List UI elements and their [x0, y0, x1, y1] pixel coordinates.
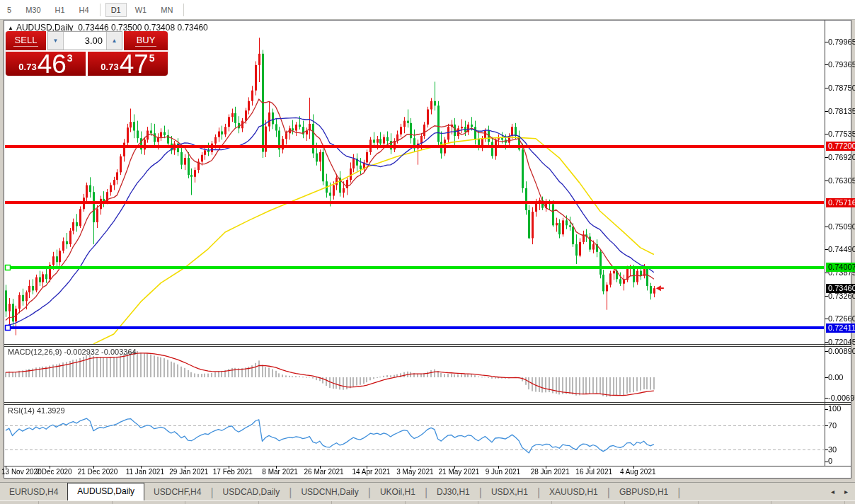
tab-scroll-left-icon[interactable]: ◂ — [831, 488, 834, 496]
price-badge-0.77200: 0.77200 — [826, 142, 855, 151]
tab-gbpusd-h1[interactable]: GBPUSD,H1 — [610, 485, 677, 500]
tab-usdx-h1[interactable]: USDX,H1 — [482, 485, 537, 500]
timeframe-toolbar: 5M30H1H4D1W1MN — [0, 0, 855, 20]
price-axis-tick: 0.72660 — [828, 314, 855, 323]
price-axis-tick: 0.79965 — [828, 38, 855, 46]
price-axis-tick: 0.79365 — [828, 60, 855, 69]
price-axis-tick: 0.78750 — [828, 84, 855, 92]
price-axis-tick: 0.72045 — [828, 338, 855, 346]
volume-increase-button[interactable]: ▲ — [106, 32, 122, 50]
date-axis-label: 4 Aug 2021 — [620, 468, 656, 476]
price-badge-0.73460: 0.73460 — [826, 284, 855, 293]
date-axis-label: 16 Jul 2021 — [575, 468, 612, 476]
triangle-up-icon: ▲ — [112, 38, 117, 44]
timeframe-button-w1[interactable]: W1 — [130, 3, 153, 17]
rsi-axis-tick: 100 — [828, 404, 841, 413]
tab-audusd-daily[interactable]: AUDUSD,Daily — [67, 483, 144, 500]
trading-platform-window: 5M30H1H4D1W1MN ▲AUDUSD,Daily 0.73446 0.7… — [0, 0, 855, 504]
price-axis-tick: 0.78135 — [828, 107, 855, 115]
timeframe-button-m30[interactable]: M30 — [20, 3, 46, 17]
date-axis-label: 2 Dec 2020 — [35, 468, 71, 476]
tab-usdcad-daily[interactable]: USDCAD,Daily — [214, 485, 289, 500]
timeframe-button-mn[interactable]: MN — [155, 3, 178, 17]
status-divider — [844, 501, 845, 504]
date-axis-label: 11 Jan 2021 — [126, 468, 164, 476]
date-axis-label: 14 Apr 2021 — [352, 468, 390, 476]
date-axis-label: 28 Jun 2021 — [531, 468, 570, 476]
one-click-trade-panel: SELL ▼ ▲ BUY 0.73 46 3 0.73 47 5 — [6, 31, 168, 76]
toolbar-separator — [183, 4, 184, 16]
macd-axis-tick: 0.008903 — [828, 347, 855, 355]
toolbar-separator — [100, 4, 101, 16]
status-divider — [405, 501, 406, 504]
volume-spinner: ▼ ▲ — [47, 31, 122, 50]
price-axis-tick: 0.76920 — [828, 153, 855, 161]
tab-scroll-arrows: ◂▸ — [831, 488, 848, 496]
price-axis-tick: 0.73260 — [828, 292, 855, 300]
volume-input[interactable] — [64, 32, 106, 50]
date-axis-label: 8 Mar 2021 — [262, 468, 298, 476]
buy-price-tile[interactable]: 0.73 47 5 — [88, 52, 168, 76]
sell-price-tile[interactable]: 0.73 46 3 — [6, 52, 86, 76]
rsi-axis-tick: 70 — [828, 421, 837, 430]
date-axis-label: 26 Mar 2021 — [304, 468, 344, 476]
status-divider — [698, 501, 699, 504]
status-divider — [185, 501, 185, 504]
date-axis-label: 21 May 2021 — [438, 468, 479, 476]
rsi-indicator-label: RSI(14) 41.3929 — [8, 406, 65, 415]
date-axis-label: 29 Jan 2021 — [169, 468, 208, 476]
status-divider — [478, 501, 478, 504]
price-axis-tick: 0.75090 — [828, 222, 855, 231]
status-divider — [771, 501, 771, 504]
sell-price-big: 46 — [38, 52, 67, 76]
status-divider — [258, 501, 259, 504]
timeframe-button-5[interactable]: 5 — [1, 3, 17, 17]
date-axis-label: 17 Feb 2021 — [213, 468, 253, 476]
sell-button[interactable]: SELL — [6, 31, 46, 50]
volume-decrease-button[interactable]: ▼ — [48, 32, 64, 50]
tab-xauusd-h1[interactable]: XAUUSD,H1 — [540, 485, 607, 500]
collapse-arrow-icon[interactable]: ▲ — [8, 25, 13, 31]
price-badge-0.74007: 0.74007 — [826, 263, 855, 272]
date-axis-label: 21 Dec 2020 — [78, 468, 118, 476]
buy-button[interactable]: BUY — [124, 31, 168, 50]
tab-dj30-h1[interactable]: DJ30,H1 — [428, 485, 479, 500]
sell-price-sup: 3 — [67, 52, 73, 64]
triangle-down-icon: ▼ — [53, 38, 59, 44]
sell-price-prefix: 0.73 — [18, 62, 36, 72]
date-axis-label: 3 May 2021 — [396, 468, 433, 476]
rsi-axis-tick: 0 — [828, 457, 832, 465]
price-badge-0.75716: 0.75716 — [826, 198, 855, 207]
price-axis-tick: 0.76305 — [828, 176, 855, 185]
status-strip — [0, 500, 855, 504]
tab-usdcnh-daily[interactable]: USDCNH,Daily — [292, 485, 367, 500]
date-axis-label: 9 Jun 2021 — [486, 468, 521, 476]
timeframe-button-d1[interactable]: D1 — [105, 3, 127, 17]
tab-eurusd-h4[interactable]: EURUSD,H4 — [0, 485, 67, 500]
timeframe-button-h1[interactable]: H1 — [50, 3, 71, 17]
buy-price-prefix: 0.73 — [101, 62, 118, 72]
macd-indicator-label: MACD(12,26,9) -0.002932 -0.003364 — [8, 348, 137, 356]
status-divider — [331, 501, 332, 504]
macd-axis-tick: 0.00 — [828, 373, 843, 382]
buy-price-big: 47 — [120, 52, 149, 76]
macd-axis-tick: -0.006977 — [828, 394, 855, 402]
tab-ukoil-h1[interactable]: UKOil,H1 — [371, 485, 425, 500]
tab-separator: | — [677, 486, 680, 499]
buy-price-sup: 5 — [149, 52, 155, 64]
tab-usdchf-h4[interactable]: USDCHF,H4 — [144, 485, 210, 500]
tab-scroll-right-icon[interactable]: ▸ — [844, 488, 848, 496]
price-axis-tick: 0.77535 — [828, 130, 855, 138]
status-divider — [624, 501, 625, 504]
status-divider — [112, 501, 113, 504]
rsi-axis-tick: 30 — [828, 445, 837, 454]
status-divider — [38, 501, 39, 504]
price-badge-0.72411: 0.72411 — [826, 323, 855, 333]
chart-tab-bar: EURUSD,H4AUDUSD,DailyUSDCHF,H4|USDCAD,Da… — [0, 482, 855, 500]
status-divider — [551, 501, 552, 504]
price-axis-tick: 0.74490 — [828, 245, 855, 253]
timeframe-button-h4[interactable]: H4 — [74, 3, 95, 17]
